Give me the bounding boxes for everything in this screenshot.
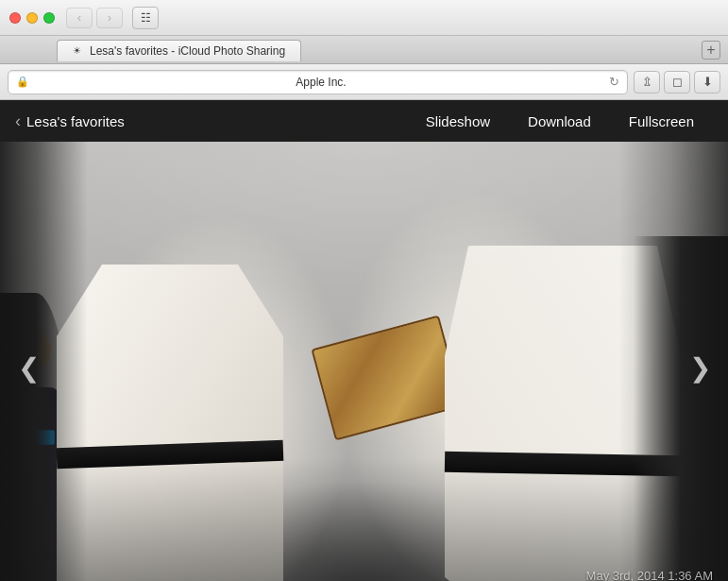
traffic-lights [9,12,55,24]
back-chevron-icon: ‹ [15,111,21,131]
photo-background [0,142,728,581]
back-to-album-button[interactable]: ‹ Lesa's favorites [15,111,125,131]
share-button[interactable]: ⇫ [634,71,660,94]
forward-button[interactable]: › [96,8,123,28]
new-tab-button[interactable]: + [702,41,720,60]
active-tab[interactable]: ☀ Lesa's favorites - iCloud Photo Sharin… [57,40,301,61]
toolbar-right-buttons: ⇫ ◻ ⬇ [634,71,720,94]
nav-buttons: ‹ › [66,8,123,28]
download-button[interactable]: Download [509,100,610,142]
back-button[interactable]: ‹ [66,8,93,28]
fullscreen-button[interactable]: Fullscreen [610,100,713,142]
left-arrow-icon: ❮ [18,352,40,384]
close-button[interactable] [9,12,21,24]
scene-overlay [0,142,728,581]
previous-photo-button[interactable]: ❮ [8,348,49,389]
tab-title: Lesa's favorites - iCloud Photo Sharing [90,44,285,58]
next-photo-button[interactable]: ❯ [679,348,720,389]
photo-main: ❮ ❯ May 3rd, 2014 1:36 AM [0,142,728,581]
title-bar: ‹ › ☷ [0,0,728,36]
address-bar[interactable]: 🔒 Apple Inc. ↻ [8,70,628,94]
back-label: Lesa's favorites [26,113,125,129]
right-arrow-icon: ❯ [689,352,711,384]
photo-actions: Slideshow Download Fullscreen [407,100,713,142]
photo-timestamp: May 3rd, 2014 1:36 AM [586,569,713,581]
refresh-button[interactable]: ↻ [609,75,619,89]
address-text: Apple Inc. [33,76,609,89]
toolbar: 🔒 Apple Inc. ↻ ⇫ ◻ ⬇ [0,64,728,100]
reading-list-button[interactable]: ◻ [664,71,690,94]
tabs-bar: ☀ Lesa's favorites - iCloud Photo Sharin… [0,36,728,64]
photo-toolbar: ‹ Lesa's favorites Slideshow Download Fu… [0,100,728,142]
browser-window: ‹ › ☷ ☀ Lesa's favorites - iCloud Photo … [0,0,728,581]
lock-icon: 🔒 [16,76,29,88]
maximize-button[interactable] [43,12,55,24]
tab-overview-button[interactable]: ☷ [132,7,159,29]
photo-viewer: ‹ Lesa's favorites Slideshow Download Fu… [0,100,728,581]
minimize-button[interactable] [26,12,38,24]
tab-favicon: ☀ [73,45,84,57]
slideshow-button[interactable]: Slideshow [407,100,509,142]
download-indicator[interactable]: ⬇ [694,71,720,94]
